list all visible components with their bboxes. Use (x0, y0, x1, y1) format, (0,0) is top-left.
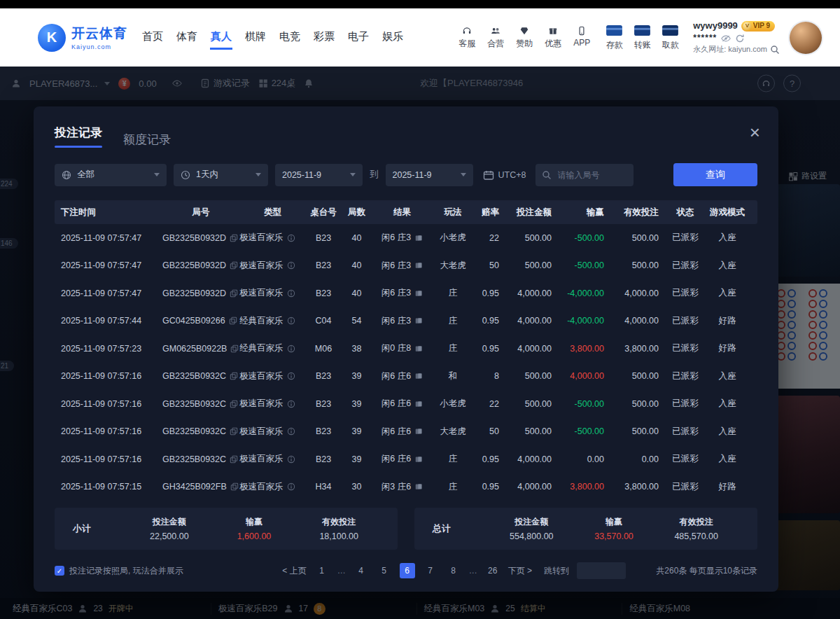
user-avatar[interactable] (790, 22, 822, 54)
quick-action-2[interactable]: 赞助 (516, 26, 533, 50)
cell-win-loss: 3,800.00 (560, 482, 612, 492)
copy-icon[interactable] (230, 427, 238, 436)
cell-round-count-text: 39 (352, 426, 362, 436)
time-range-select[interactable]: 1天内 (174, 164, 268, 186)
pagination-page-26[interactable]: 26 (485, 563, 500, 578)
brand-logo[interactable]: K 开云体育 Kaiyun.com (38, 24, 127, 52)
cell-game-type-text: 经典百家乐 (239, 342, 284, 354)
nav-item-7[interactable]: 娱乐 (382, 26, 404, 50)
info-icon[interactable] (287, 455, 295, 464)
time-range-value: 1天内 (196, 169, 250, 181)
info-icon[interactable] (287, 400, 295, 408)
pagination-page-6[interactable]: 6 (400, 563, 415, 578)
result-cards-icon[interactable] (414, 400, 423, 408)
copy-icon[interactable] (230, 261, 238, 270)
search-icon[interactable] (770, 45, 780, 55)
pagination-page-8[interactable]: 8 (446, 563, 461, 578)
cell-bet-amount: 4,000.00 (507, 344, 560, 354)
result-cards-icon[interactable] (414, 482, 423, 491)
merge-checkbox[interactable]: ✓ (55, 566, 64, 576)
result-cards-icon[interactable] (414, 372, 423, 380)
cell-status-text: 已派彩 (672, 398, 699, 410)
info-icon[interactable] (287, 372, 295, 380)
next-page-button[interactable]: 下页 > (508, 565, 532, 577)
copy-icon[interactable] (230, 345, 239, 353)
wallet-action-2[interactable]: 取款 (662, 24, 679, 51)
nav-item-2[interactable]: 真人 (210, 26, 232, 50)
info-icon[interactable] (287, 234, 295, 242)
info-icon[interactable] (287, 345, 295, 353)
wallet-actions: 存款转账取款 (606, 24, 679, 51)
copy-icon[interactable] (230, 400, 238, 408)
tab-bet-records[interactable]: 投注记录 (55, 125, 102, 148)
result-cards-icon[interactable] (414, 455, 423, 464)
cell-game-type-text: 极速百家乐 (239, 232, 284, 244)
prev-page-button[interactable]: < 上页 (282, 565, 306, 577)
date-from-select[interactable]: 2025-11-9 (275, 164, 363, 186)
copy-icon[interactable] (229, 317, 237, 325)
info-icon[interactable] (287, 317, 295, 325)
pagination-page-7[interactable]: 7 (423, 563, 438, 578)
eye-off-icon[interactable] (721, 34, 731, 43)
pagination-page-5[interactable]: 5 (377, 563, 392, 578)
table-header-row: 下注时间局号类型桌台号局数结果玩法赔率投注金额输赢有效投注状态游戏模式 (55, 200, 757, 224)
cell-bet-time-text: 2025-11-09 07:57:16 (61, 454, 141, 464)
cell-bet-amount: 500.00 (507, 260, 560, 270)
cell-status-text: 已派彩 (672, 287, 699, 299)
info-icon[interactable] (287, 427, 295, 436)
quick-action-3[interactable]: 优惠 (545, 26, 561, 50)
cell-bet-time: 2025-11-09 07:57:16 (61, 426, 162, 436)
timezone-badge[interactable]: UTC+8 (480, 170, 529, 180)
cell-play-type: 小老虎 (432, 232, 474, 244)
quick-action-label: 客服 (458, 38, 475, 50)
cell-odds: 8 (474, 371, 507, 381)
jump-page-input[interactable] (577, 562, 626, 579)
result-cards-icon[interactable] (414, 427, 423, 436)
result-cards-icon[interactable] (414, 345, 423, 353)
copy-icon[interactable] (230, 289, 238, 298)
cell-valid-bet: 500.00 (612, 260, 667, 270)
copy-icon[interactable] (230, 234, 238, 242)
wallet-action-1[interactable]: 转账 (634, 24, 651, 51)
result-cards-icon[interactable] (414, 289, 423, 298)
info-icon[interactable] (287, 261, 295, 270)
chevron-down-icon (154, 173, 160, 176)
nav-item-6[interactable]: 电子 (347, 26, 370, 50)
pagination-page-1[interactable]: 1 (314, 563, 330, 578)
pagination-page-4[interactable]: 4 (354, 563, 369, 578)
info-icon[interactable] (287, 482, 295, 491)
refresh-balance-icon[interactable] (735, 34, 745, 43)
quick-action-0[interactable]: 客服 (458, 26, 475, 50)
nav-item-0[interactable]: 首页 (141, 26, 164, 50)
query-button[interactable]: 查询 (673, 163, 757, 186)
info-icon[interactable] (287, 289, 295, 298)
copy-icon[interactable] (230, 482, 239, 491)
nav-item-4[interactable]: 电竞 (279, 26, 301, 50)
result-cards-icon[interactable] (414, 261, 423, 270)
brand-logo-icon: K (38, 24, 66, 52)
tab-quota-records[interactable]: 额度记录 (123, 132, 171, 148)
close-icon[interactable]: × (750, 123, 760, 141)
copy-icon[interactable] (230, 455, 238, 464)
nav-item-3[interactable]: 棋牌 (244, 26, 267, 50)
cell-game-mode: 好路 (704, 481, 751, 493)
cell-odds: 50 (474, 426, 507, 436)
quick-action-4[interactable]: APP (573, 26, 590, 50)
nav-item-5[interactable]: 彩票 (313, 26, 335, 50)
result-cards-icon[interactable] (414, 317, 423, 325)
wallet-action-0[interactable]: 存款 (606, 24, 623, 51)
bet-record-row: 2025-11-09 07:57:15GH3425B092FB极速百家乐H343… (55, 473, 757, 501)
date-to-select[interactable]: 2025-11-9 (386, 164, 473, 186)
cell-odds: 0.95 (474, 344, 507, 354)
round-search-input[interactable] (556, 169, 627, 181)
cell-game-mode: 入座 (704, 260, 751, 272)
nav-item-1[interactable]: 体育 (176, 26, 198, 50)
cell-round-id: GB2325B0932C (162, 454, 239, 464)
copy-icon[interactable] (230, 372, 238, 380)
subtotal-panel: 小计 投注金额 22,500.00 输赢 1,600.00 有效投注 18,10 (55, 508, 398, 550)
category-select[interactable]: 全部 (55, 164, 167, 186)
quick-action-1[interactable]: 合营 (487, 26, 504, 50)
cell-status-text: 已派彩 (672, 232, 699, 244)
result-cards-icon[interactable] (414, 234, 423, 242)
cell-play-type: 小老虎 (432, 398, 474, 410)
